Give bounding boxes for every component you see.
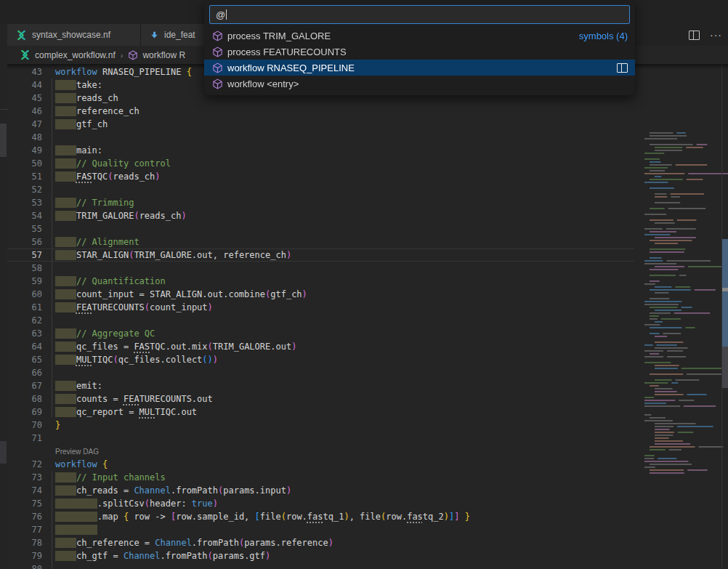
quick-pick-item-label: process TRIM_GALORE [227, 31, 331, 41]
tab-syntax-showcase[interactable]: syntax_showcase.nf [7, 24, 141, 46]
line-number[interactable]: 59 [7, 275, 55, 288]
code-line[interactable]: 54 TRIM_GALORE(reads_ch) [7, 209, 634, 222]
code-line[interactable]: 79 ch_gtf = Channel.fromPath(params.gtf) [7, 549, 634, 562]
code-line[interactable]: 77 [7, 523, 634, 536]
line-number[interactable]: 58 [7, 262, 55, 275]
code-line[interactable]: 73 // Input channels [7, 471, 634, 484]
line-number[interactable]: 70 [7, 419, 55, 432]
quick-pick-input[interactable]: @ [209, 5, 630, 24]
code-line[interactable]: 80 [7, 562, 634, 569]
line-number[interactable]: 54 [7, 209, 55, 222]
code-line[interactable]: 72workflow { [7, 458, 634, 471]
breadcrumb-file[interactable]: complex_workflow.nf [35, 50, 116, 60]
line-number[interactable]: 76 [7, 510, 55, 523]
quick-pick-item-label: workflow <entry> [227, 78, 299, 89]
quick-pick-item[interactable]: workflow <entry> [204, 76, 635, 92]
line-number[interactable]: 55 [7, 222, 55, 235]
code-text: .splitCsv(header: true) [55, 497, 218, 510]
code-line[interactable]: 49 main: [7, 144, 634, 157]
quick-pick-item[interactable]: process FEATURECOUNTS [204, 44, 635, 60]
code-text: ch_gtf = Channel.fromPath(params.gtf) [55, 549, 270, 562]
line-number[interactable]: 69 [7, 405, 55, 419]
code-lens-link[interactable]: Preview DAG [55, 445, 99, 458]
code-line[interactable]: 59 // Quantification [7, 275, 634, 288]
code-line[interactable]: 53 // Trimming [7, 196, 634, 209]
line-number[interactable]: 67 [7, 379, 55, 392]
code-line[interactable]: 69 qc_report = MULTIQC.out [7, 405, 634, 419]
symbol-cube-icon [212, 78, 223, 89]
line-number[interactable]: 66 [7, 366, 55, 379]
line-number[interactable]: 49 [7, 144, 55, 157]
line-number[interactable]: 51 [7, 170, 55, 183]
line-number[interactable]: 56 [7, 235, 55, 249]
split-editor-icon[interactable] [689, 31, 700, 40]
line-number[interactable]: 46 [7, 105, 55, 118]
line-number[interactable]: 61 [7, 301, 55, 314]
line-number[interactable]: 68 [7, 392, 55, 405]
code-line[interactable]: 74 ch_reads = Channel.fromPath(params.in… [7, 484, 634, 497]
line-number[interactable]: 80 [7, 562, 55, 569]
line-number[interactable]: 48 [7, 131, 55, 144]
line-number[interactable]: 57 [7, 249, 55, 261]
code-line[interactable]: 63 // Aggregate QC [7, 327, 634, 340]
line-number[interactable]: 47 [7, 118, 55, 131]
line-number[interactable]: 53 [7, 196, 55, 209]
code-line[interactable]: 65 MULTIQC(qc_files.collect()) [7, 353, 634, 366]
minimap[interactable] [642, 128, 728, 535]
code-line[interactable]: 46 reference_ch [7, 105, 634, 118]
code-line[interactable]: 67 emit: [7, 379, 634, 392]
code-text: ch_reads = Channel.fromPath(params.input… [55, 484, 291, 497]
code-line[interactable]: 58 [7, 262, 634, 275]
code-line[interactable]: 50 // Quality control [7, 157, 634, 170]
open-to-side-icon[interactable] [617, 63, 628, 73]
line-number[interactable]: 52 [7, 183, 55, 196]
code-line[interactable]: 57 STAR_ALIGN(TRIM_GALORE.out, reference… [7, 249, 634, 262]
code-line[interactable]: 71 [7, 432, 634, 445]
quick-pick-item[interactable]: process TRIM_GALOREsymbols (4) [204, 28, 635, 44]
code-line[interactable]: 52 [7, 183, 634, 196]
code-line[interactable]: 55 [7, 222, 634, 235]
code-line[interactable]: 76 .map { row -> [row.sample_id, [file(r… [7, 510, 634, 523]
code-line[interactable]: 70} [7, 419, 634, 432]
breadcrumb-symbol[interactable]: workflow R [142, 50, 185, 60]
line-number[interactable]: 62 [7, 314, 55, 327]
code-line[interactable]: 61 FEATURECOUNTS(count_input) [7, 301, 634, 314]
line-number[interactable]: 63 [7, 327, 55, 340]
code-line[interactable]: 68 counts = FEATURECOUNTS.out [7, 392, 634, 405]
line-number[interactable]: 50 [7, 157, 55, 170]
code-line[interactable]: 51 FASTQC(reads_ch) [7, 170, 634, 183]
code-line[interactable]: 62 [7, 314, 634, 327]
line-number[interactable]: 74 [7, 484, 55, 497]
line-number[interactable]: 65 [7, 353, 55, 366]
line-number[interactable]: 79 [7, 549, 55, 562]
code-line[interactable]: 64 qc_files = FASTQC.out.mix(TRIM_GALORE… [7, 340, 634, 353]
line-number[interactable]: 77 [7, 523, 55, 536]
line-number[interactable]: 44 [7, 78, 55, 92]
left-edge-marker [0, 124, 7, 157]
line-number[interactable]: 73 [7, 471, 55, 484]
code-line[interactable]: 47 gtf_ch [7, 118, 634, 131]
code-line[interactable]: 78 ch_reference = Channel.fromPath(param… [7, 536, 634, 549]
code-line[interactable]: 48 [7, 131, 634, 144]
more-actions-icon[interactable]: ··· [710, 31, 722, 39]
scrollbar-thumb[interactable] [722, 347, 728, 388]
scrollbar-range-decoration[interactable] [722, 239, 728, 347]
code-line[interactable]: 60 count_input = STAR_ALIGN.out.combine(… [7, 288, 634, 301]
code-editor[interactable]: 43workflow RNASEQ_PIPELINE {44 take:45 r… [7, 64, 728, 569]
line-number[interactable]: 60 [7, 288, 55, 301]
code-text: qc_files = FASTQC.out.mix(TRIM_GALORE.ou… [55, 340, 296, 353]
code-lens-row[interactable]: Preview DAG [7, 445, 634, 458]
code-line[interactable]: 56 // Alignment [7, 235, 634, 249]
code-text: MULTIQC(qc_files.collect()) [55, 353, 218, 366]
code-lines: 43workflow RNASEQ_PIPELINE {44 take:45 r… [7, 65, 634, 569]
code-line[interactable]: 66 [7, 366, 634, 379]
line-number[interactable]: 75 [7, 497, 55, 510]
code-text: .map { row -> [row.sample_id, [file(row.… [55, 510, 470, 523]
line-number[interactable]: 78 [7, 536, 55, 549]
line-number[interactable]: 45 [7, 92, 55, 105]
line-number[interactable]: 72 [7, 458, 55, 471]
line-number[interactable]: 64 [7, 340, 55, 353]
code-line[interactable]: 75 .splitCsv(header: true) [7, 497, 634, 510]
quick-pick-item[interactable]: workflow RNASEQ_PIPELINE [204, 60, 635, 76]
line-number[interactable]: 71 [7, 432, 55, 445]
